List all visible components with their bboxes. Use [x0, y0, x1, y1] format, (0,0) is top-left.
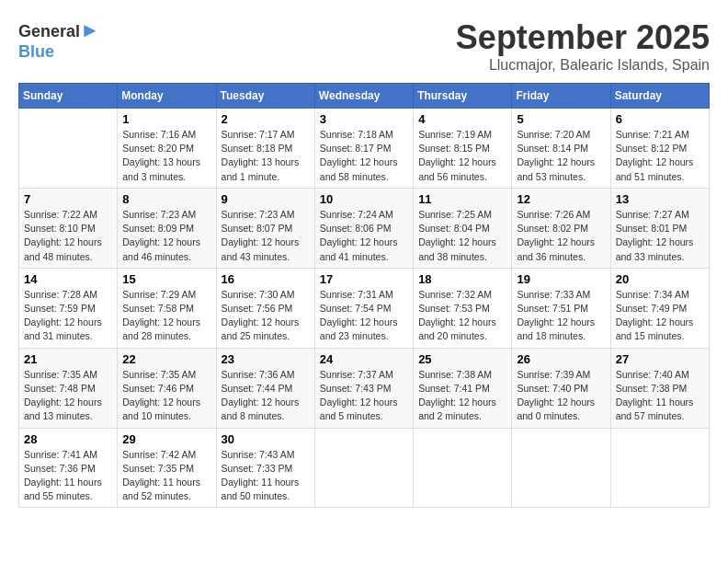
title-block: September 2025 Llucmajor, Balearic Islan… — [456, 18, 710, 74]
day-number: 28 — [24, 432, 112, 446]
calendar-cell: 10Sunrise: 7:24 AMSunset: 8:06 PMDayligh… — [314, 188, 413, 268]
day-number: 27 — [616, 352, 704, 366]
calendar-cell: 20Sunrise: 7:34 AMSunset: 7:49 PMDayligh… — [610, 268, 709, 348]
calendar-cell: 12Sunrise: 7:26 AMSunset: 8:02 PMDayligh… — [512, 188, 610, 268]
day-info: Sunrise: 7:22 AMSunset: 8:10 PMDaylight:… — [24, 208, 112, 264]
day-number: 3 — [320, 112, 408, 126]
calendar-cell: 26Sunrise: 7:39 AMSunset: 7:40 PMDayligh… — [512, 348, 610, 428]
day-info: Sunrise: 7:36 AMSunset: 7:44 PMDaylight:… — [222, 368, 310, 424]
day-number: 10 — [320, 192, 408, 206]
day-info: Sunrise: 7:32 AMSunset: 7:53 PMDaylight:… — [418, 288, 506, 344]
calendar-week-1: 1Sunrise: 7:16 AMSunset: 8:20 PMDaylight… — [19, 109, 710, 189]
day-info: Sunrise: 7:27 AMSunset: 8:01 PMDaylight:… — [616, 208, 704, 264]
column-header-friday: Friday — [512, 84, 610, 109]
day-number: 18 — [418, 272, 506, 286]
day-info: Sunrise: 7:21 AMSunset: 8:12 PMDaylight:… — [616, 128, 704, 184]
day-number: 26 — [517, 352, 605, 366]
column-header-monday: Monday — [118, 84, 216, 109]
day-info: Sunrise: 7:20 AMSunset: 8:14 PMDaylight:… — [517, 128, 605, 184]
column-header-wednesday: Wednesday — [314, 84, 413, 109]
calendar-cell: 14Sunrise: 7:28 AMSunset: 7:59 PMDayligh… — [19, 268, 118, 348]
day-info: Sunrise: 7:42 AMSunset: 7:35 PMDaylight:… — [122, 448, 210, 504]
day-info: Sunrise: 7:18 AMSunset: 8:17 PMDaylight:… — [320, 128, 408, 184]
day-info: Sunrise: 7:43 AMSunset: 7:33 PMDaylight:… — [222, 448, 310, 504]
calendar-table: SundayMondayTuesdayWednesdayThursdayFrid… — [18, 83, 710, 508]
logo: General► Blue — [18, 18, 100, 62]
calendar-cell: 9Sunrise: 7:23 AMSunset: 8:07 PMDaylight… — [216, 188, 314, 268]
day-info: Sunrise: 7:38 AMSunset: 7:41 PMDaylight:… — [418, 368, 506, 424]
logo-general: General — [18, 22, 80, 40]
calendar-week-3: 14Sunrise: 7:28 AMSunset: 7:59 PMDayligh… — [19, 268, 710, 348]
calendar-cell: 8Sunrise: 7:23 AMSunset: 8:09 PMDaylight… — [118, 188, 216, 268]
day-number: 2 — [222, 112, 310, 126]
day-info: Sunrise: 7:24 AMSunset: 8:06 PMDaylight:… — [320, 208, 408, 264]
calendar-cell: 25Sunrise: 7:38 AMSunset: 7:41 PMDayligh… — [414, 348, 512, 428]
calendar-cell: 1Sunrise: 7:16 AMSunset: 8:20 PMDaylight… — [118, 109, 216, 189]
column-header-tuesday: Tuesday — [216, 84, 314, 109]
calendar-cell: 6Sunrise: 7:21 AMSunset: 8:12 PMDaylight… — [610, 109, 709, 189]
day-number: 14 — [24, 272, 112, 286]
day-number: 12 — [517, 192, 605, 206]
day-info: Sunrise: 7:35 AMSunset: 7:48 PMDaylight:… — [24, 368, 112, 424]
day-number: 16 — [222, 272, 310, 286]
month-title: September 2025 — [456, 18, 710, 57]
day-info: Sunrise: 7:40 AMSunset: 7:38 PMDaylight:… — [616, 368, 704, 424]
day-info: Sunrise: 7:23 AMSunset: 8:07 PMDaylight:… — [222, 208, 310, 264]
calendar-cell: 28Sunrise: 7:41 AMSunset: 7:36 PMDayligh… — [19, 428, 118, 508]
calendar-cell: 4Sunrise: 7:19 AMSunset: 8:15 PMDaylight… — [414, 109, 512, 189]
day-info: Sunrise: 7:16 AMSunset: 8:20 PMDaylight:… — [122, 128, 210, 184]
day-number: 19 — [517, 272, 605, 286]
day-info: Sunrise: 7:30 AMSunset: 7:56 PMDaylight:… — [222, 288, 310, 344]
logo-bird-icon: ► — [80, 18, 100, 41]
day-number: 5 — [517, 112, 605, 126]
logo-blue: Blue — [18, 42, 54, 61]
day-number: 22 — [122, 352, 210, 366]
calendar-cell: 15Sunrise: 7:29 AMSunset: 7:58 PMDayligh… — [118, 268, 216, 348]
day-number: 13 — [616, 192, 704, 206]
day-number: 6 — [616, 112, 704, 126]
calendar-cell: 16Sunrise: 7:30 AMSunset: 7:56 PMDayligh… — [216, 268, 314, 348]
calendar-cell: 7Sunrise: 7:22 AMSunset: 8:10 PMDaylight… — [19, 188, 118, 268]
day-number: 7 — [24, 192, 112, 206]
calendar-week-5: 28Sunrise: 7:41 AMSunset: 7:36 PMDayligh… — [19, 428, 710, 508]
day-number: 21 — [24, 352, 112, 366]
day-number: 23 — [222, 352, 310, 366]
calendar-cell: 3Sunrise: 7:18 AMSunset: 8:17 PMDaylight… — [314, 109, 413, 189]
calendar-cell — [314, 428, 413, 508]
day-number: 4 — [418, 112, 506, 126]
day-info: Sunrise: 7:37 AMSunset: 7:43 PMDaylight:… — [320, 368, 408, 424]
day-number: 25 — [418, 352, 506, 366]
calendar-cell: 24Sunrise: 7:37 AMSunset: 7:43 PMDayligh… — [314, 348, 413, 428]
calendar-cell: 21Sunrise: 7:35 AMSunset: 7:48 PMDayligh… — [19, 348, 118, 428]
day-number: 15 — [122, 272, 210, 286]
calendar-cell: 17Sunrise: 7:31 AMSunset: 7:54 PMDayligh… — [314, 268, 413, 348]
calendar-cell: 18Sunrise: 7:32 AMSunset: 7:53 PMDayligh… — [414, 268, 512, 348]
day-number: 8 — [122, 192, 210, 206]
day-number: 24 — [320, 352, 408, 366]
day-info: Sunrise: 7:33 AMSunset: 7:51 PMDaylight:… — [517, 288, 605, 344]
day-number: 30 — [222, 432, 310, 446]
calendar-cell: 23Sunrise: 7:36 AMSunset: 7:44 PMDayligh… — [216, 348, 314, 428]
day-info: Sunrise: 7:41 AMSunset: 7:36 PMDaylight:… — [24, 448, 112, 504]
calendar-week-4: 21Sunrise: 7:35 AMSunset: 7:48 PMDayligh… — [19, 348, 710, 428]
day-number: 1 — [122, 112, 210, 126]
calendar-cell: 13Sunrise: 7:27 AMSunset: 8:01 PMDayligh… — [610, 188, 709, 268]
day-info: Sunrise: 7:28 AMSunset: 7:59 PMDaylight:… — [24, 288, 112, 344]
day-number: 29 — [122, 432, 210, 446]
calendar-cell: 22Sunrise: 7:35 AMSunset: 7:46 PMDayligh… — [118, 348, 216, 428]
calendar-cell — [19, 109, 118, 189]
day-number: 9 — [222, 192, 310, 206]
day-info: Sunrise: 7:29 AMSunset: 7:58 PMDaylight:… — [122, 288, 210, 344]
column-header-sunday: Sunday — [19, 84, 118, 109]
day-info: Sunrise: 7:23 AMSunset: 8:09 PMDaylight:… — [122, 208, 210, 264]
column-header-saturday: Saturday — [610, 84, 709, 109]
day-info: Sunrise: 7:31 AMSunset: 7:54 PMDaylight:… — [320, 288, 408, 344]
calendar-cell: 30Sunrise: 7:43 AMSunset: 7:33 PMDayligh… — [216, 428, 314, 508]
calendar-cell — [610, 428, 709, 508]
calendar-cell — [512, 428, 610, 508]
column-header-thursday: Thursday — [414, 84, 512, 109]
calendar-cell: 19Sunrise: 7:33 AMSunset: 7:51 PMDayligh… — [512, 268, 610, 348]
day-info: Sunrise: 7:19 AMSunset: 8:15 PMDaylight:… — [418, 128, 506, 184]
calendar-header-row: SundayMondayTuesdayWednesdayThursdayFrid… — [19, 84, 710, 109]
day-info: Sunrise: 7:17 AMSunset: 8:18 PMDaylight:… — [222, 128, 310, 184]
